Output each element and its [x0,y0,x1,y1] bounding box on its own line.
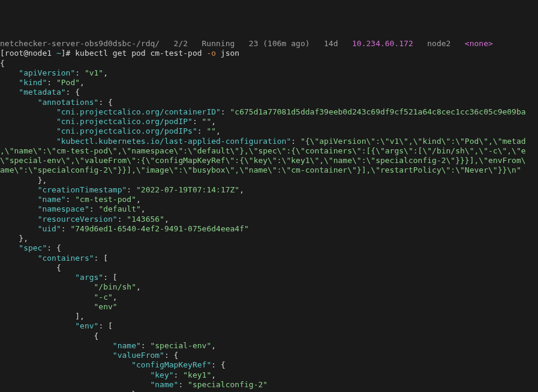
json-output: { "apiVersion": "v1", "kind": "Pod", "me… [0,59,526,393]
shell-prompt: [root@node1 ~]# [0,49,75,58]
command: kubectl get pod cm-test-pod -o json [75,49,239,58]
terminal-output[interactable]: netchecker-server-obs9d0dsbc-/rdq/ 2/2 R… [0,39,538,392]
prev-output-line: netchecker-server-obs9d0dsbc-/rdq/ 2/2 R… [0,39,493,48]
